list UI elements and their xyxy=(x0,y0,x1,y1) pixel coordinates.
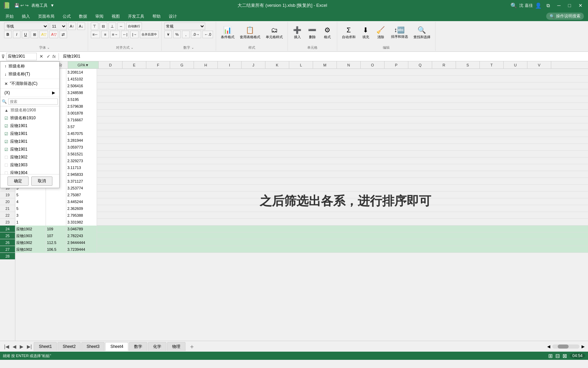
cell-a20[interactable]: 4 xyxy=(15,198,46,205)
cell-style-btn[interactable]: 🗂 单元格样式 xyxy=(264,22,285,43)
col-header-s[interactable]: S xyxy=(456,61,480,68)
tab-dev[interactable]: 开发工具 xyxy=(124,12,148,21)
col-header-p[interactable]: P xyxy=(385,61,408,68)
cell-c6[interactable]: 2.579638 xyxy=(66,103,97,110)
top-align-btn[interactable]: ⊤ xyxy=(91,22,98,30)
col-header-u[interactable]: U xyxy=(504,61,527,68)
filter-search-input[interactable] xyxy=(8,98,58,105)
conditional-format-btn[interactable]: 📊 条件格式 xyxy=(219,22,236,43)
row-header-21[interactable]: 21 xyxy=(0,205,15,212)
center-align-btn[interactable]: ≡ xyxy=(101,31,109,38)
col-header-o[interactable]: O xyxy=(361,61,385,68)
search-btn[interactable]: 🔍 xyxy=(510,2,517,9)
border-btn[interactable]: ⊞ xyxy=(31,31,38,38)
cell-c1[interactable]: 3.208114 xyxy=(66,69,97,76)
thousand-sep-btn[interactable]: , xyxy=(182,31,190,38)
tab-page-layout[interactable]: 页面布局 xyxy=(34,12,59,21)
sheet-nav-prev[interactable]: ◀ xyxy=(11,343,18,350)
cell-a24[interactable]: 应物1902 xyxy=(15,226,46,232)
filter-item-yinwu-1901-2[interactable]: ☑ 应物1901 xyxy=(0,130,59,138)
col-header-m[interactable]: M xyxy=(313,61,337,68)
cell-reference-box[interactable] xyxy=(6,53,37,60)
currency-btn[interactable]: ¥ xyxy=(164,31,172,38)
number-expand-icon[interactable]: ⌄ xyxy=(191,46,194,49)
middle-align-btn[interactable]: ⊟ xyxy=(100,22,107,30)
cell-c13[interactable]: 3.561521 xyxy=(66,151,97,157)
format-btn[interactable]: ⚙ 格式 xyxy=(321,22,334,43)
right-align-btn[interactable]: ≡→ xyxy=(110,31,119,38)
user-name[interactable]: 沈 嘉佳 xyxy=(519,3,533,9)
minimize-btn[interactable]: ─ xyxy=(555,2,564,9)
col-header-t[interactable]: T xyxy=(480,61,504,68)
col-header-j[interactable]: J xyxy=(242,61,265,68)
delete-btn[interactable]: ➖ 删除 xyxy=(306,22,319,43)
row-header-22[interactable]: 22 xyxy=(0,212,15,219)
cell-c26[interactable]: 2.9444444 xyxy=(66,239,97,246)
add-sheet-btn[interactable]: ＋ xyxy=(186,342,198,351)
tab-sheet2[interactable]: Sheet2 xyxy=(58,342,81,351)
fill-color-btn[interactable]: A▽ xyxy=(39,31,48,38)
cell-c24[interactable]: 3.046789 xyxy=(66,226,97,232)
filter-confirm-btn[interactable]: 确定 xyxy=(7,177,29,186)
row-header-26[interactable]: 26 xyxy=(0,239,15,246)
align-expand-icon[interactable]: ⌄ xyxy=(131,46,133,49)
sheet-nav-next[interactable]: ▶ xyxy=(18,343,25,350)
cell-b23[interactable] xyxy=(46,219,66,226)
merge-btn[interactable]: 合并后居中 xyxy=(140,31,159,38)
cell-c16[interactable]: 2.945833 xyxy=(66,171,97,178)
maximize-btn[interactable]: □ xyxy=(566,2,574,9)
underline-btn[interactable]: U xyxy=(22,31,29,38)
row-header-28[interactable]: 28 xyxy=(0,253,15,260)
col-header-c[interactable]: GPA▼ xyxy=(68,61,99,68)
row-header-27[interactable]: 27 xyxy=(0,246,15,253)
tab-view[interactable]: 视图 xyxy=(108,12,124,21)
cell-c12[interactable]: 3.059773 xyxy=(66,144,97,151)
col-header-f[interactable]: F xyxy=(146,61,170,68)
cell-b19[interactable] xyxy=(46,191,66,198)
tab-data[interactable]: 数据 xyxy=(75,12,91,21)
cell-b26[interactable]: 112.5 xyxy=(46,239,66,246)
sort-desc-item[interactable]: ↓ 班级名称(T) xyxy=(0,70,59,78)
col-header-v[interactable]: V xyxy=(527,61,551,68)
tab-review[interactable]: 审阅 xyxy=(91,12,108,21)
filter-item-yinwu-1904[interactable]: ☐ 应物1904 xyxy=(0,169,59,174)
sort-asc-item[interactable]: ↑ 班级名称 xyxy=(0,62,59,70)
color-filter-item[interactable]: (X) ▶ xyxy=(0,89,59,96)
filter-item-yinwu-1901-4[interactable]: ☑ 应物1901 xyxy=(0,145,59,153)
cell-c18[interactable]: 3.253774 xyxy=(66,185,97,191)
clear-filter-item[interactable]: ✕ "不清除筛选(C) xyxy=(0,80,59,88)
layout-page-btn[interactable]: ⊠ xyxy=(562,353,567,359)
increase-indent-btn[interactable]: |→ xyxy=(130,31,138,38)
cell-b25[interactable]: 107 xyxy=(46,232,66,239)
left-align-btn[interactable]: ≡← xyxy=(91,31,100,38)
auto-sum-btn[interactable]: Σ 自动求和 xyxy=(340,22,358,43)
decrease-decimal-btn[interactable]: ←.0 xyxy=(202,31,213,38)
cell-a25[interactable]: 应物1903 xyxy=(15,232,46,239)
cell-c5[interactable]: 3.5195 xyxy=(66,96,97,103)
text-direction-btn[interactable]: ↔ xyxy=(117,22,125,30)
cell-c25[interactable]: 2.782243 xyxy=(66,232,97,239)
scroll-left-btn[interactable]: ◀ xyxy=(545,343,552,350)
tab-formula[interactable]: 公式 xyxy=(59,12,75,21)
font-name-select[interactable]: 等线 xyxy=(4,22,48,30)
tab-math[interactable]: 数学 xyxy=(129,342,147,351)
increase-decimal-btn[interactable]: .0→ xyxy=(191,31,201,38)
col-header-r[interactable]: R xyxy=(432,61,456,68)
cell-c9[interactable]: 3.57 xyxy=(66,123,97,130)
col-header-h[interactable]: H xyxy=(194,61,218,68)
col-header-i[interactable]: I xyxy=(218,61,242,68)
cell-b27[interactable]: 106.5 xyxy=(46,246,66,253)
cell-a23[interactable]: 1 xyxy=(15,219,46,226)
cell-c23[interactable]: 3.331982 xyxy=(66,219,97,226)
row-header-20[interactable]: 20 xyxy=(0,198,15,205)
number-format-select[interactable]: 常规 xyxy=(164,22,205,30)
cell-a22[interactable]: 3 xyxy=(15,212,46,219)
cell-c8[interactable]: 3.716667 xyxy=(66,117,97,123)
bottom-align-btn[interactable]: ⊥ xyxy=(109,22,116,30)
expand-rows-btn[interactable]: ⊽ xyxy=(1,54,5,59)
cell-c4[interactable]: 3.248598 xyxy=(66,89,97,96)
find-btn[interactable]: 🔍 查找和选择 xyxy=(411,22,432,43)
cell-c27[interactable]: 3.7239444 xyxy=(66,246,97,253)
filter-item-yinwu-1902[interactable]: ☐ 应物1902 xyxy=(0,153,59,161)
decrease-font-btn[interactable]: A↓ xyxy=(77,22,85,30)
